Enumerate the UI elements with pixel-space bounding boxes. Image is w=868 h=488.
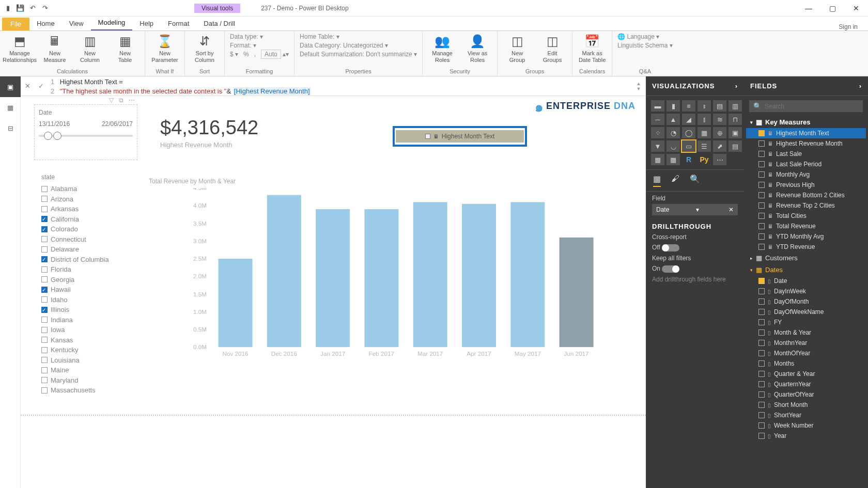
viz-100-bar-icon[interactable]: ▤ — [713, 100, 726, 112]
minimize-icon[interactable]: — — [797, 0, 820, 17]
state-option[interactable]: Colorado — [41, 224, 129, 234]
checkbox-icon[interactable] — [758, 381, 765, 387]
checkbox-icon[interactable] — [41, 387, 48, 393]
tab-modeling[interactable]: Modeling — [91, 15, 133, 30]
checkbox-icon[interactable] — [758, 192, 765, 198]
checkbox-icon[interactable] — [758, 161, 765, 167]
selected-card-visual[interactable]: 🖩 Highest Month Text — [393, 126, 527, 147]
field-item[interactable]: ▯MonthnYear — [746, 338, 866, 348]
tab-help[interactable]: Help — [132, 17, 161, 30]
date-slider[interactable] — [39, 135, 133, 137]
mark-as-date-table-button[interactable]: 📅Mark as Date Table — [578, 33, 607, 64]
formula-bar[interactable]: ✕ ✓ 1 Highest Month Text = 2 "The highes… — [21, 76, 646, 96]
checkbox-icon[interactable] — [41, 206, 48, 212]
field-item[interactable]: 🖩Last Sale — [746, 149, 866, 159]
kpi-card[interactable]: $4,316,542 Highest Revenue Month — [160, 117, 258, 149]
language-dropdown[interactable]: 🌐 Language ▾ — [617, 33, 673, 40]
checkbox-icon[interactable] — [758, 213, 765, 219]
checkbox-icon[interactable] — [758, 278, 765, 284]
checkbox-icon[interactable] — [41, 357, 48, 363]
state-option[interactable]: Maryland — [41, 375, 129, 386]
tab-view[interactable]: View — [62, 17, 91, 30]
tab-data-drill[interactable]: Data / Drill — [196, 17, 242, 30]
state-option[interactable]: Arizona — [41, 194, 129, 204]
format-dropdown[interactable]: Format: ▾ — [230, 42, 289, 49]
viz-gauge-icon[interactable]: ◡ — [667, 140, 680, 152]
remove-field-icon[interactable]: ✕ — [729, 206, 734, 213]
checkbox-icon[interactable] — [758, 360, 765, 367]
viz-100-column-icon[interactable]: ▥ — [729, 100, 742, 112]
search-input[interactable] — [765, 103, 859, 110]
field-item[interactable]: ▯Week Number — [746, 420, 866, 431]
viz-matrix-icon[interactable]: ▦ — [667, 154, 680, 165]
viz-ribbon-icon[interactable]: ≋ — [713, 114, 726, 125]
checkbox-icon[interactable] — [758, 288, 765, 294]
checkbox-icon[interactable] — [41, 296, 48, 303]
field-item[interactable]: ▯Months — [746, 358, 866, 369]
state-option[interactable]: District of Columbia — [41, 255, 129, 265]
state-option[interactable]: Florida — [41, 264, 129, 275]
table-customers[interactable]: ▸▦Customers — [746, 252, 866, 264]
checkbox-icon[interactable] — [758, 298, 765, 305]
undo-icon[interactable]: ↶ — [28, 4, 37, 13]
keep-filters-toggle[interactable] — [662, 265, 679, 273]
table-dates[interactable]: ▾▦Dates — [746, 264, 866, 276]
redo-icon[interactable]: ↷ — [40, 4, 50, 13]
field-pill-date[interactable]: Date ▾ ✕ — [652, 204, 738, 215]
new-measure-button[interactable]: 🖩New Measure — [40, 33, 69, 64]
formula-expand-icon[interactable]: ▲▼ — [631, 76, 646, 96]
data-category-dropdown[interactable]: Data Category: Uncategorized ▾ — [300, 42, 417, 49]
formula-commit-icon[interactable]: ✓ — [34, 76, 48, 96]
field-item[interactable]: ▯QuarternYear — [746, 379, 866, 389]
state-option[interactable]: Indiana — [41, 315, 129, 325]
checkbox-icon[interactable] — [758, 329, 765, 336]
checkbox-icon[interactable] — [758, 130, 765, 136]
state-option[interactable]: Illinois — [41, 305, 129, 315]
checkbox-icon[interactable] — [758, 171, 765, 178]
viz-card-icon[interactable]: ▭ — [682, 140, 695, 152]
cross-report-toggle[interactable] — [662, 244, 679, 251]
state-option[interactable]: Hawaii — [41, 285, 129, 295]
field-item[interactable]: ▯FY — [746, 317, 866, 327]
checkbox-icon[interactable] — [41, 317, 48, 323]
state-option[interactable]: Delaware — [41, 244, 129, 255]
checkbox-icon[interactable] — [758, 223, 765, 229]
viz-pie-icon[interactable]: ◔ — [667, 127, 680, 138]
field-item[interactable]: 🖩Last Sale Period — [746, 159, 866, 169]
new-parameter-button[interactable]: ⌛New Parameter — [150, 33, 179, 64]
field-item[interactable]: ▯Short Month — [746, 400, 866, 410]
manage-relationships-button[interactable]: ⬒Manage Relationships — [5, 33, 34, 64]
checkbox-icon[interactable] — [758, 233, 765, 240]
viz-python-icon[interactable]: Py — [698, 154, 711, 165]
viz-treemap-icon[interactable]: ▦ — [698, 127, 711, 138]
manage-roles-button[interactable]: 👥Manage Roles — [428, 33, 457, 64]
report-view-icon[interactable]: ▣ — [0, 76, 21, 97]
edit-groups-button[interactable]: ◫Edit Groups — [538, 33, 567, 64]
datatype-dropdown[interactable]: Data type: ▾ — [230, 33, 289, 40]
checkbox-icon[interactable] — [41, 236, 48, 242]
summarization-dropdown[interactable]: Default Summarization: Don't summarize ▾ — [300, 51, 417, 58]
state-option[interactable]: Arkansas — [41, 204, 129, 214]
checkbox-icon[interactable] — [41, 196, 48, 202]
new-table-button[interactable]: ▦New Table — [111, 33, 140, 64]
viz-area-icon[interactable]: ▲ — [667, 114, 680, 125]
checkbox-icon[interactable] — [41, 226, 48, 232]
viz-r-script-icon[interactable]: R — [682, 154, 695, 165]
viz-multirow-card-icon[interactable]: ☰ — [698, 140, 711, 152]
viz-kpi-icon[interactable]: ⬈ — [713, 140, 726, 152]
checkbox-icon[interactable] — [41, 266, 48, 273]
checkbox-icon[interactable] — [41, 216, 48, 222]
report-canvas[interactable]: ▽ ⧉ ⋯ Date 13/11/2016 22/06/2017 $4,316,… — [21, 96, 646, 488]
close-icon[interactable]: ✕ — [844, 0, 868, 17]
field-item[interactable]: 🖩Total Cities — [746, 211, 866, 221]
field-item[interactable]: 🖩YTD Monthly Avg — [746, 231, 866, 242]
field-item[interactable]: ▯DayInWeek — [746, 286, 866, 296]
checkbox-icon[interactable] — [758, 350, 765, 356]
checkbox-icon[interactable] — [758, 309, 765, 315]
field-item[interactable]: ▯MonthOfYear — [746, 348, 866, 358]
linguistic-schema-dropdown[interactable]: Linguistic Schema ▾ — [617, 42, 673, 49]
viz-clustered-column-icon[interactable]: ⫾ — [698, 100, 711, 112]
field-item[interactable]: ▯Month & Year — [746, 327, 866, 338]
viz-stacked-column-icon[interactable]: ▮ — [667, 100, 680, 112]
checkbox-icon[interactable] — [41, 256, 48, 262]
